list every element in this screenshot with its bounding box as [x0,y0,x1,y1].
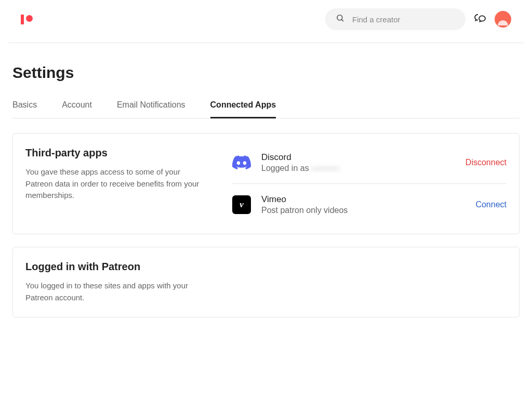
search-icon [336,14,345,25]
discord-icon [232,153,251,172]
header [8,0,524,43]
logged-in-title: Logged in with Patreon [25,261,507,273]
svg-line-1 [342,20,343,21]
third-party-apps-card: Third-party apps You gave these apps acc… [12,133,520,234]
search-box[interactable] [325,8,466,30]
third-party-description: You gave these apps access to some of yo… [25,166,207,202]
tab-email-notifications[interactable]: Email Notifications [117,100,185,118]
tabs: Basics Account Email Notifications Conne… [12,100,520,118]
app-description: Logged in as ---------- [261,164,455,173]
app-name: Vimeo [261,194,465,205]
svg-point-0 [337,15,342,20]
logged-in-description: You logged in to these sites and apps wi… [25,280,202,303]
logged-in-card: Logged in with Patreon You logged in to … [12,247,520,317]
vimeo-icon: v [232,195,251,214]
disconnect-button[interactable]: Disconnect [466,158,507,167]
third-party-title: Third-party apps [25,147,207,159]
avatar[interactable] [495,11,511,28]
app-row-discord: Discord Logged in as ---------- Disconne… [232,147,507,178]
messages-icon[interactable] [474,13,486,25]
logo[interactable] [21,15,33,24]
app-description: Post patron only videos [261,206,465,215]
tab-connected-apps[interactable]: Connected Apps [210,100,276,118]
app-row-vimeo: v Vimeo Post patron only videos Connect [232,183,507,220]
main-content: Settings Basics Account Email Notificati… [0,43,532,330]
connect-button[interactable]: Connect [475,200,507,209]
tab-account[interactable]: Account [62,100,92,118]
app-name: Discord [261,152,455,163]
tab-basics[interactable]: Basics [12,100,37,118]
page-title: Settings [12,64,520,82]
search-input[interactable] [352,15,455,24]
